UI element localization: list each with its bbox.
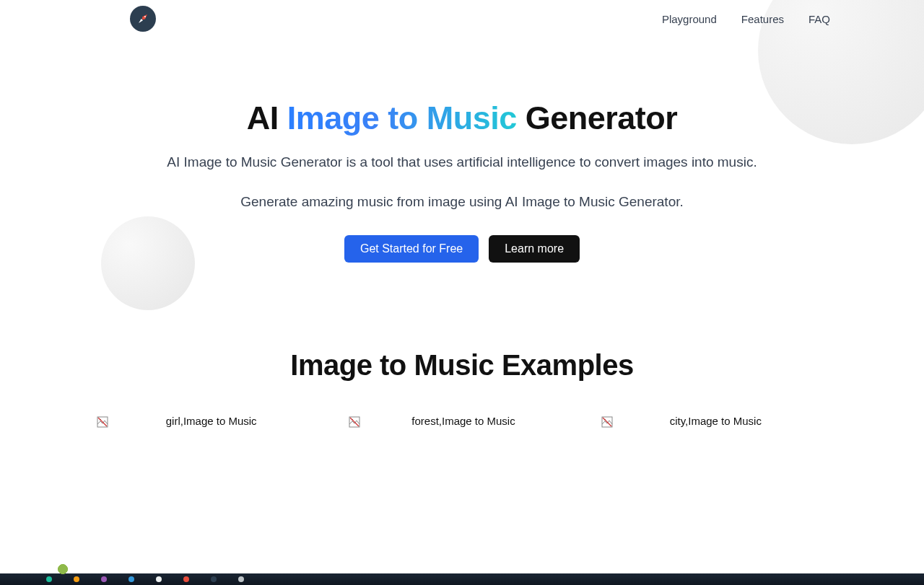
hero-title-gradient: Image to Music bbox=[287, 100, 517, 136]
example-card: city,Image to Music bbox=[598, 410, 830, 576]
nav-features[interactable]: Features bbox=[741, 13, 784, 25]
taskbar-app-icon[interactable] bbox=[238, 576, 244, 582]
broken-image-icon bbox=[601, 416, 613, 428]
nav-playground[interactable]: Playground bbox=[662, 13, 717, 25]
example-alt-text: city,Image to Music bbox=[619, 415, 830, 427]
example-alt-text: girl,Image to Music bbox=[114, 415, 326, 427]
example-alt-text: forest,Image to Music bbox=[366, 415, 578, 427]
hero-title-pre: AI bbox=[247, 100, 287, 136]
taskbar-app-icon[interactable] bbox=[101, 576, 107, 582]
broken-image-icon bbox=[349, 416, 360, 428]
broken-image-placeholder: girl,Image to Music bbox=[94, 410, 326, 428]
main-nav: Playground Features FAQ bbox=[662, 13, 830, 25]
hero-desc-line-1: AI Image to Music Generator is a tool th… bbox=[152, 152, 772, 172]
nav-faq[interactable]: FAQ bbox=[808, 13, 830, 25]
learn-more-button[interactable]: Learn more bbox=[489, 235, 580, 263]
examples-heading: Image to Music Examples bbox=[94, 349, 830, 382]
header: Playground Features FAQ bbox=[0, 0, 924, 32]
taskbar-app-icon[interactable] bbox=[156, 576, 162, 582]
example-card: forest,Image to Music bbox=[346, 410, 578, 576]
get-started-button[interactable]: Get Started for Free bbox=[344, 235, 479, 263]
example-cards: girl,Image to Music forest,Image to Musi… bbox=[94, 410, 830, 576]
taskbar-app-icon[interactable] bbox=[128, 576, 134, 582]
broken-image-placeholder: city,Image to Music bbox=[598, 410, 830, 428]
hero-desc-line-2: Generate amazing music from image using … bbox=[152, 192, 772, 212]
examples-section: Image to Music Examples girl,Image to Mu… bbox=[0, 349, 924, 576]
os-taskbar[interactable] bbox=[0, 573, 924, 585]
rocket-icon bbox=[133, 9, 153, 29]
broken-image-icon bbox=[97, 416, 108, 428]
hero-section: AI Image to Music Generator AI Image to … bbox=[137, 100, 787, 263]
hero-description: AI Image to Music Generator is a tool th… bbox=[152, 152, 772, 212]
taskbar-app-icon[interactable] bbox=[46, 576, 52, 582]
taskbar-app-icon[interactable] bbox=[183, 576, 189, 582]
broken-image-placeholder: forest,Image to Music bbox=[346, 410, 578, 428]
logo[interactable] bbox=[130, 6, 156, 32]
hero-title: AI Image to Music Generator bbox=[152, 100, 772, 136]
hero-title-post: Generator bbox=[517, 100, 678, 136]
taskbar-app-icon[interactable] bbox=[211, 576, 217, 582]
example-card: girl,Image to Music bbox=[94, 410, 326, 576]
taskbar-app-icon[interactable] bbox=[74, 576, 79, 582]
cta-row: Get Started for Free Learn more bbox=[152, 235, 772, 263]
